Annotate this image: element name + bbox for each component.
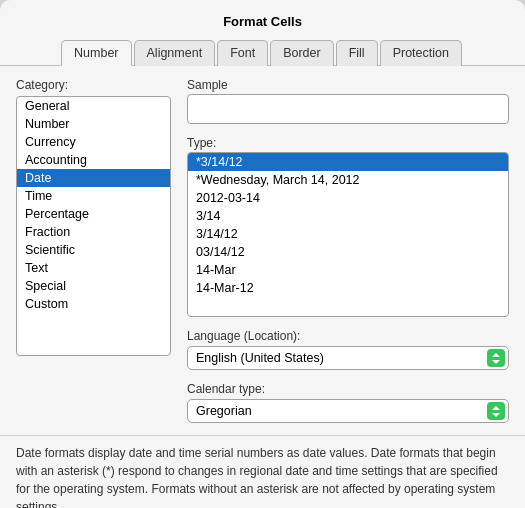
- dialog-title: Format Cells: [0, 0, 525, 29]
- calendar-select[interactable]: GregorianIslamicHebrewJapanese: [187, 399, 509, 423]
- type-item[interactable]: 2012-03-14: [188, 189, 508, 207]
- sample-box: [187, 94, 509, 124]
- type-section: Type: *3/14/12*Wednesday, March 14, 2012…: [187, 132, 509, 317]
- type-item[interactable]: *Wednesday, March 14, 2012: [188, 171, 508, 189]
- category-list: GeneralNumberCurrencyAccountingDateTimeP…: [16, 96, 171, 356]
- type-label: Type:: [187, 136, 509, 150]
- type-item[interactable]: 14-Mar-12: [188, 279, 508, 297]
- calendar-select-wrapper: GregorianIslamicHebrewJapanese: [187, 399, 509, 423]
- category-item[interactable]: Date: [17, 169, 170, 187]
- tab-bar: NumberAlignmentFontBorderFillProtection: [0, 29, 525, 66]
- category-item[interactable]: Time: [17, 187, 170, 205]
- tab-border[interactable]: Border: [270, 40, 334, 66]
- category-item[interactable]: Scientific: [17, 241, 170, 259]
- category-item[interactable]: Fraction: [17, 223, 170, 241]
- category-item[interactable]: Text: [17, 259, 170, 277]
- language-section: Language (Location): English (United Sta…: [187, 325, 509, 370]
- type-item[interactable]: 3/14: [188, 207, 508, 225]
- type-item[interactable]: *3/14/12: [188, 153, 508, 171]
- description: Date formats display date and time seria…: [0, 435, 525, 508]
- category-item[interactable]: Currency: [17, 133, 170, 151]
- format-cells-dialog: Format Cells NumberAlignmentFontBorderFi…: [0, 0, 525, 508]
- tab-protection[interactable]: Protection: [380, 40, 462, 66]
- tab-font[interactable]: Font: [217, 40, 268, 66]
- type-list: *3/14/12*Wednesday, March 14, 20122012-0…: [187, 152, 509, 317]
- calendar-section: Calendar type: GregorianIslamicHebrewJap…: [187, 378, 509, 423]
- main-content: Category: GeneralNumberCurrencyAccountin…: [0, 66, 525, 435]
- type-item[interactable]: 14-Mar: [188, 261, 508, 279]
- language-select-wrapper: English (United States)English (UK)Frenc…: [187, 346, 509, 370]
- category-item[interactable]: Number: [17, 115, 170, 133]
- sample-section: Sample: [187, 78, 509, 124]
- tab-alignment[interactable]: Alignment: [134, 40, 216, 66]
- type-item[interactable]: 3/14/12: [188, 225, 508, 243]
- category-item[interactable]: Custom: [17, 295, 170, 313]
- calendar-label: Calendar type:: [187, 382, 509, 396]
- sample-label: Sample: [187, 78, 509, 92]
- tab-fill[interactable]: Fill: [336, 40, 378, 66]
- category-item[interactable]: General: [17, 97, 170, 115]
- left-panel: Category: GeneralNumberCurrencyAccountin…: [16, 78, 171, 423]
- category-item[interactable]: Accounting: [17, 151, 170, 169]
- language-select[interactable]: English (United States)English (UK)Frenc…: [187, 346, 509, 370]
- type-item[interactable]: 03/14/12: [188, 243, 508, 261]
- right-panel: Sample Type: *3/14/12*Wednesday, March 1…: [187, 78, 509, 423]
- category-label: Category:: [16, 78, 171, 92]
- tab-number[interactable]: Number: [61, 40, 131, 66]
- language-label: Language (Location):: [187, 329, 509, 343]
- category-item[interactable]: Percentage: [17, 205, 170, 223]
- category-item[interactable]: Special: [17, 277, 170, 295]
